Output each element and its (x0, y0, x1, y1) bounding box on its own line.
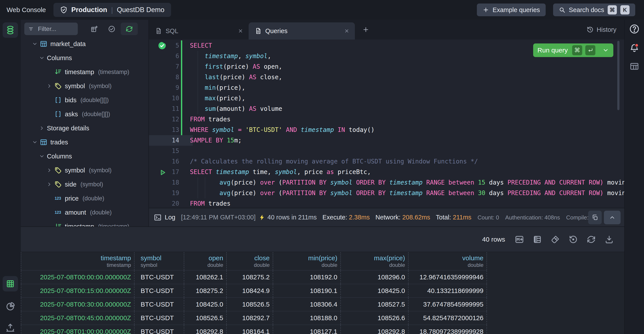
code-line-7[interactable]: 7 first(price) AS open, (149, 61, 624, 72)
chevron-right-icon[interactable] (39, 125, 47, 131)
tree-item-timestamp[interactable]: timestamp(timestamp) (21, 219, 148, 227)
freeze-columns-icon[interactable] (533, 235, 542, 244)
search-docs-button[interactable]: Search docs ⌘ K (553, 4, 635, 16)
code-line-9[interactable]: 9 min(price), (149, 83, 624, 93)
code-line-20[interactable]: 20FROM trades (149, 198, 624, 208)
chevron-right-icon[interactable] (46, 168, 54, 173)
tree-item-Storage details[interactable]: Storage details (21, 121, 148, 135)
chevron-right-icon[interactable] (46, 83, 54, 89)
tree-item-amount[interactable]: 123amount(double) (21, 205, 148, 219)
chevron-right-icon[interactable] (46, 182, 54, 187)
schema-filter[interactable] (24, 23, 78, 35)
add-table-button[interactable] (88, 23, 100, 35)
sql-editor[interactable]: 5SELECT6 timestamp, symbol,7 first(price… (149, 40, 624, 208)
log-extra-metric: Count: 0 (478, 214, 499, 221)
help-button[interactable] (629, 24, 640, 34)
tree-item-name: price (65, 195, 79, 202)
code-line-16[interactable]: 16/* Calculates the rolling moving avera… (149, 156, 624, 167)
tree-item-market_data[interactable]: market_data (21, 37, 148, 51)
code-line-10[interactable]: 10 max(price), (149, 93, 624, 104)
copy-log-button[interactable] (588, 211, 602, 224)
tree-item-asks[interactable]: asks(double[][]) (21, 107, 148, 121)
example-queries-button[interactable]: Example queries (477, 4, 546, 16)
grid-view-button[interactable] (3, 276, 18, 291)
result-panel-icon[interactable] (630, 61, 639, 71)
code-text: last(price) AS close, (190, 72, 282, 83)
history-button[interactable]: History (586, 26, 616, 33)
column-header-max(price)[interactable]: max(price)double (340, 252, 408, 270)
chevron-down-icon[interactable] (39, 55, 47, 61)
chevron-down-icon[interactable] (32, 41, 40, 47)
table-row[interactable]: 2025-07-08T00:00:00.000000ZBTC-USDT10826… (21, 270, 487, 284)
plus-icon (482, 7, 489, 13)
sort-ts-icon (54, 68, 65, 76)
schema-tree: market_dataColumnstimestamp(timestamp)sy… (21, 37, 148, 227)
cell-timestamp: 2025-07-08T00:15:00.000000Z (21, 284, 134, 298)
query-tool-icon[interactable] (551, 235, 560, 244)
tree-item-name: side (65, 181, 76, 188)
refresh-data-icon[interactable] (586, 235, 596, 244)
collapse-log-button[interactable] (604, 211, 620, 224)
markdown-export-icon[interactable] (515, 235, 524, 244)
chevron-down-icon[interactable] (39, 153, 47, 159)
suspend-toggle-button[interactable] (105, 23, 118, 35)
tree-item-Columns[interactable]: Columns (21, 149, 148, 163)
tree-item-bids[interactable]: bids(double[][]) (21, 93, 148, 107)
left-icon-rail (0, 20, 21, 334)
editor-scrollbar[interactable] (617, 41, 620, 110)
tag-icon (54, 166, 65, 174)
column-header-open[interactable]: opendouble (184, 252, 226, 270)
code-line-13[interactable]: 13WHERE symbol = 'BTC-USDT' AND timestam… (149, 125, 624, 135)
table-row[interactable]: 2025-07-08T00:45:00.000000ZBTC-USDT10852… (21, 311, 487, 325)
tree-item-symbol[interactable]: symbol(symbol) (21, 79, 148, 93)
line-number: 10 (149, 93, 179, 104)
notifications-bell-icon[interactable] (629, 43, 640, 53)
close-tab-icon[interactable] (238, 28, 243, 34)
chevron-down-icon[interactable] (32, 139, 40, 145)
tree-item-Columns[interactable]: Columns (21, 51, 148, 65)
table-row[interactable]: 2025-07-08T00:30:00.000000ZBTC-USDT10842… (21, 298, 487, 311)
run-statement-icon[interactable] (158, 169, 166, 177)
code-line-19[interactable]: 19 avg(price) over (PARTITION BY symbol … (149, 188, 624, 198)
tree-item-trades[interactable]: trades (21, 135, 148, 149)
column-header-close[interactable]: closedouble (226, 252, 273, 270)
code-line-15[interactable]: 15 (149, 146, 624, 156)
add-tab-button[interactable] (362, 26, 369, 33)
column-header-symbol[interactable]: symbolsymbol (134, 252, 184, 270)
cell-min(price): 108188.0 (273, 311, 340, 325)
back-to-latest-icon[interactable] (569, 235, 578, 244)
cell-max(price): 108526.6 (340, 311, 408, 325)
table-icon (40, 138, 50, 146)
column-header-min(price)[interactable]: min(price)double (273, 252, 340, 270)
filter-icon (28, 26, 34, 32)
tree-item-symbol[interactable]: symbol(symbol) (21, 163, 148, 177)
column-header-volume[interactable]: volumedouble (408, 252, 487, 270)
tree-item-price[interactable]: 123price(double) (21, 191, 148, 205)
schema-filter-input[interactable] (38, 25, 69, 33)
chevron-down-icon[interactable] (602, 47, 609, 54)
table-row[interactable]: 2025-07-08T00:15:00.000000ZBTC-USDT10827… (21, 284, 487, 298)
tab-sql[interactable]: SQL (149, 22, 248, 40)
app-title: Web Console (6, 6, 46, 14)
export-button[interactable] (3, 320, 18, 334)
chart-view-button[interactable] (3, 299, 18, 314)
code-line-11[interactable]: 11 sum(amount) AS volume (149, 104, 624, 114)
run-query-button[interactable]: Run query ⌘ (533, 44, 613, 57)
code-line-18[interactable]: 18 avg(price) over (PARTITION BY symbol … (149, 177, 624, 188)
tree-item-type: (symbol) (80, 181, 103, 188)
code-line-17[interactable]: 17SELECT timestamp time, symbol, price a… (149, 167, 624, 177)
code-line-8[interactable]: 8 last(price) AS close, (149, 72, 624, 83)
instance-badge[interactable]: Production | QuestDB Demo (54, 3, 171, 17)
tree-item-side[interactable]: side(symbol) (21, 177, 148, 191)
tree-item-timestamp[interactable]: timestamp(timestamp) (21, 65, 148, 79)
database-nav-button[interactable] (3, 22, 18, 38)
download-csv-icon[interactable] (604, 235, 614, 244)
code-line-12[interactable]: 12FROM trades (149, 114, 624, 125)
column-header-timestamp[interactable]: timestamptimestamp (21, 252, 134, 270)
refresh-schema-button[interactable] (121, 23, 138, 35)
table-row[interactable]: 2025-07-08T01:00:00.000000ZBTC-USDT10829… (21, 325, 487, 334)
code-line-14[interactable]: 14SAMPLE BY 15m; (149, 135, 624, 146)
schema-toolbar (21, 20, 148, 37)
tab-queries[interactable]: Queries (248, 22, 355, 40)
close-tab-icon[interactable] (344, 28, 350, 34)
